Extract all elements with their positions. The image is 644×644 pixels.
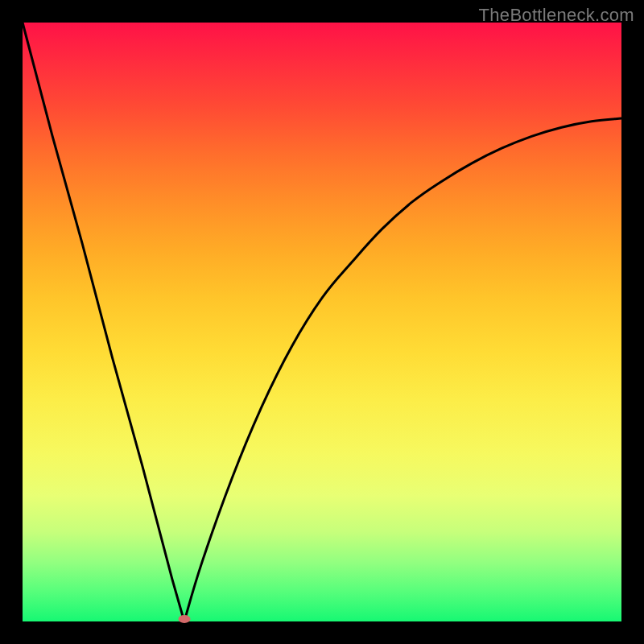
watermark-text: TheBottleneck.com (479, 5, 634, 26)
plot-area (23, 23, 621, 621)
chart-canvas: TheBottleneck.com (0, 0, 644, 644)
minimum-marker (178, 615, 190, 623)
curve-svg (23, 23, 621, 621)
bottleneck-curve (23, 23, 621, 621)
